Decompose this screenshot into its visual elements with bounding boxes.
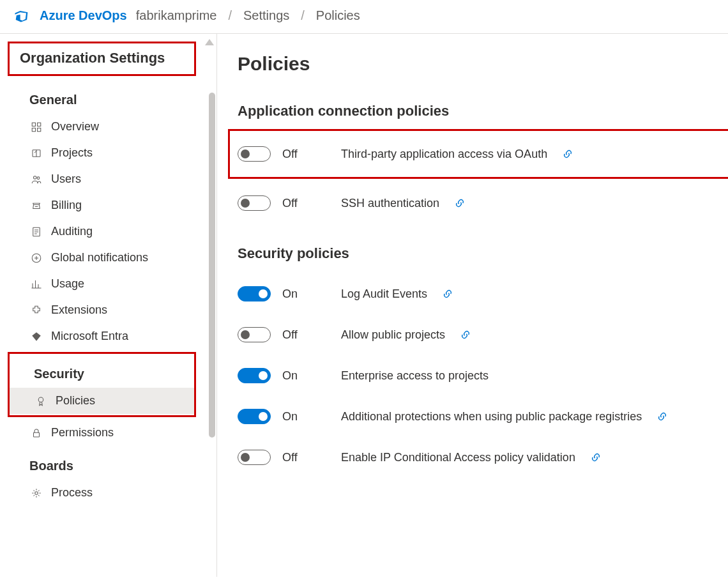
toggle-state-label: Off [282,451,314,464]
policy-row-pkgreg: On Additional protections when using pub… [238,396,720,437]
toggle-ipcond[interactable] [238,450,271,465]
sidebar-item-label: Billing [51,199,82,212]
sidebar-item-label: Global notifications [51,251,148,264]
policy-row-ssh: Off SSH authentication [238,183,720,224]
breadcrumb-settings[interactable]: Settings [243,8,289,23]
auditing-icon [31,226,42,238]
users-icon [31,174,42,185]
sidebar-item-overview[interactable]: Overview [5,114,216,140]
toggle-pkgreg[interactable] [238,409,271,424]
breadcrumb-separator: / [225,8,234,23]
scroll-up-caret-icon[interactable] [205,39,214,45]
external-link-icon[interactable] [563,149,573,159]
policy-row-public: Off Allow public projects [238,314,720,355]
svg-point-5 [34,176,37,179]
sidebar-item-entra[interactable]: Microsoft Entra [5,323,216,349]
svg-rect-0 [32,123,35,126]
policies-icon [35,395,47,407]
sidebar-item-label: Permissions [51,426,114,439]
svg-rect-3 [38,128,41,131]
sidebar-item-label: Projects [51,146,93,160]
external-link-icon[interactable] [591,452,601,462]
sidebar-item-billing[interactable]: Billing [5,192,216,218]
toggle-enterprise[interactable] [238,368,271,383]
toggle-public[interactable] [238,327,271,342]
sidebar-item-process[interactable]: Process [5,480,216,506]
notifications-icon [31,252,42,264]
svg-rect-10 [34,432,40,437]
sidebar-item-label: Usage [51,277,84,291]
sidebar-item-label: Users [51,172,81,186]
breadcrumb-separator: / [298,8,307,23]
sidebar-item-label: Overview [51,120,99,134]
toggle-state-label: On [282,369,314,383]
entra-icon [31,331,42,342]
toggle-state-label: On [282,287,314,301]
billing-icon [31,200,42,211]
sidebar-item-users[interactable]: Users [5,166,216,192]
sidebar-item-permissions[interactable]: Permissions [5,420,216,446]
external-link-icon[interactable] [657,411,667,422]
sidebar-item-label: Process [51,486,93,500]
sidebar-item-label: Auditing [51,225,93,238]
header: Azure DevOps fabrikamprime / Settings / … [0,0,728,34]
breadcrumb-policies[interactable]: Policies [316,8,360,23]
svg-rect-1 [38,123,41,126]
sidebar-item-auditing[interactable]: Auditing [5,218,216,245]
sidebar-item-projects[interactable]: Projects [5,140,216,166]
sidebar-item-extensions[interactable]: Extensions [5,297,216,323]
sidebar-section-boards: Boards [5,446,216,480]
azure-devops-logo-icon [13,6,31,24]
external-link-icon[interactable] [443,289,453,299]
toggle-state-label: On [282,410,314,424]
policy-label: Enable IP Conditional Access policy vali… [341,451,575,464]
toggle-state-label: Off [282,148,314,161]
breadcrumb-org[interactable]: fabrikamprime [136,8,217,23]
toggle-ssh[interactable] [238,195,271,211]
projects-icon [31,148,42,159]
highlight-security-section: Security Policies [8,352,196,417]
highlight-org-settings: Organization Settings [8,42,196,76]
svg-rect-2 [32,128,35,131]
page-title: Policies [238,53,720,75]
sidebar-item-label: Extensions [51,303,107,317]
sidebar-item-global-notifications[interactable]: Global notifications [5,245,216,271]
permissions-icon [31,427,42,439]
policy-label: Enterprise access to projects [341,369,489,383]
policy-row-enterprise: On Enterprise access to projects [238,355,720,396]
toggle-state-label: Off [282,197,314,210]
usage-icon [31,279,42,290]
policy-row-ipcond: Off Enable IP Conditional Access policy … [238,437,720,478]
sidebar-item-usage[interactable]: Usage [5,271,216,297]
policy-label: Third-party application access via OAuth [341,148,547,161]
group-heading-security: Security policies [238,245,720,262]
sidebar-title: Organization Settings [10,45,194,73]
sidebar: Organization Settings General Overview P… [0,34,217,577]
policy-label: Allow public projects [341,328,445,342]
process-icon [31,487,42,499]
external-link-icon[interactable] [455,198,465,208]
policy-label: SSH authentication [341,197,439,210]
toggle-audit[interactable] [238,286,271,301]
toggle-state-label: Off [282,328,314,342]
main-content: Policies Application connection policies… [217,34,728,577]
policy-label: Additional protections when using public… [341,410,642,424]
scrollbar-thumb[interactable] [209,93,215,438]
toggle-oauth[interactable] [238,146,271,162]
extensions-icon [31,305,42,316]
sidebar-item-label: Policies [56,394,95,408]
sidebar-section-general: General [5,80,216,114]
policy-row-oauth: Off Third-party application access via O… [228,129,728,179]
svg-point-11 [35,491,38,494]
external-link-icon[interactable] [460,330,471,340]
overview-icon [31,121,42,133]
group-heading-app-connection: Application connection policies [238,103,720,119]
policy-row-audit: On Log Audit Events [238,273,720,314]
product-name[interactable]: Azure DevOps [40,8,127,23]
sidebar-item-label: Microsoft Entra [51,330,128,343]
svg-point-6 [37,176,40,179]
sidebar-item-policies[interactable]: Policies [10,388,194,414]
policy-label: Log Audit Events [341,287,427,301]
sidebar-section-security: Security [10,354,194,388]
svg-point-9 [38,397,43,402]
